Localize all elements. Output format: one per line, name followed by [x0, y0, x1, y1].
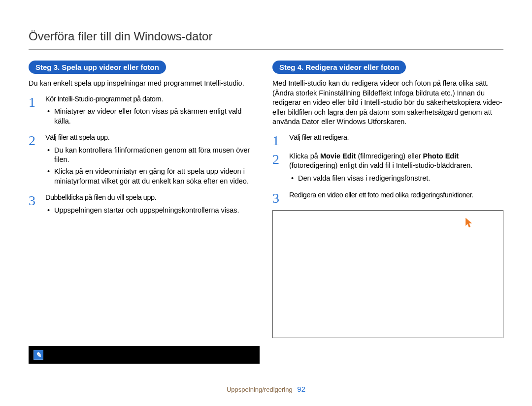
page-footer: Uppspelning/redigering 92	[0, 385, 532, 393]
content-columns: Steg 3. Spela upp videor eller foton Du …	[29, 61, 503, 364]
movie-edit-label: Movie Edit	[320, 152, 356, 160]
photo-edit-label: Photo Edit	[423, 152, 459, 160]
step-head: Välj filer att spela upp.	[45, 133, 109, 141]
left-column: Steg 3. Spela upp videor eller foton Du …	[29, 61, 260, 364]
list-item: 1 Kör Intelli-Studio-programmet på dator…	[29, 94, 260, 129]
step3-intro: Du kan enkelt spela upp inspelningar med…	[29, 79, 260, 89]
step-number: 1	[272, 133, 289, 148]
step-text: (fotoredigering) enligt din vald fil i I…	[289, 161, 472, 169]
step-head: Redigera en video eller ett foto med oli…	[289, 191, 473, 199]
page-title: Överföra filer till din Windows-dator	[29, 30, 503, 50]
bullet: Uppspelningen startar och uppspelningsko…	[54, 206, 260, 216]
step4-list: 1 Välj filer att redigera. 2 Klicka på M…	[272, 133, 503, 205]
step-number: 1	[29, 94, 45, 109]
list-item: 3 Redigera en video eller ett foto med o…	[272, 190, 503, 205]
step-head: Välj filer att redigera.	[289, 133, 349, 141]
step-text: Klicka på	[289, 152, 320, 160]
step-number: 2	[272, 152, 289, 166]
note-text: För tillgängliga filformat i Intelli-stu…	[48, 350, 169, 356]
step4-intro: Med Intelli-studio kan du redigera video…	[272, 79, 503, 127]
step3-list: 1 Kör Intelli-Studio-programmet på dator…	[29, 94, 260, 219]
footer-section: Uppspelning/redigering	[227, 386, 293, 393]
screenshot-placeholder	[272, 210, 503, 338]
list-item: 2 Välj filer att spela upp. Du kan kontr…	[29, 133, 260, 189]
list-item: 2 Klicka på Movie Edit (filmredigering) …	[272, 152, 503, 187]
step-number: 3	[29, 193, 45, 208]
right-column: Steg 4. Redigera videor eller foton Med …	[272, 61, 503, 364]
list-item: 3 Dubbelklicka på filen du vill spela up…	[29, 193, 260, 218]
list-item: 1 Välj filer att redigera.	[272, 133, 503, 148]
note-icon: ✎	[33, 350, 43, 360]
step3-pill: Steg 3. Spela upp videor eller foton	[29, 61, 166, 74]
note-box: ✎ För tillgängliga filformat i Intelli-s…	[29, 346, 260, 364]
page-number: 92	[297, 385, 305, 393]
bullet: Miniatyrer av videor eller foton visas p…	[54, 107, 260, 126]
step-head: Dubbelklicka på filen du vill spela upp.	[45, 193, 156, 201]
step4-pill: Steg 4. Redigera videor eller foton	[272, 61, 406, 74]
bullet: Klicka på en videominiatyr en gång för a…	[54, 167, 260, 186]
cursor-icon	[465, 218, 473, 228]
step-text: (filmredigering) eller	[356, 152, 423, 160]
bullet: Den valda filen visas i redigeringsfönst…	[298, 174, 503, 184]
step-number: 3	[272, 190, 289, 205]
bullet: Du kan kontrollera filinformationen geno…	[54, 146, 260, 165]
step-head: Kör Intelli-Studio-programmet på datorn.	[45, 95, 163, 103]
step-number: 2	[29, 133, 45, 148]
